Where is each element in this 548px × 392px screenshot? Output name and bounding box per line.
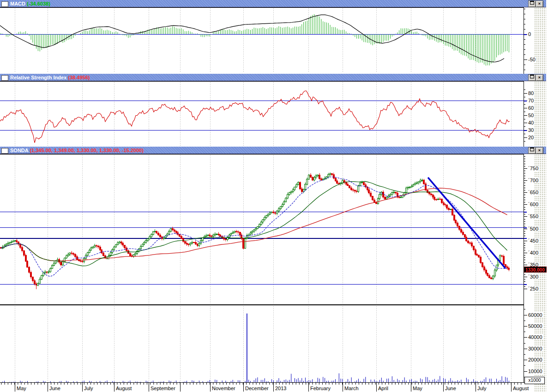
- x-axis-month-label: May: [413, 386, 422, 391]
- volume-plot[interactable]: [0, 304, 524, 382]
- price-axis[interactable]: ´750´700´650´600´550´500´450´400´350´300…: [524, 154, 546, 304]
- rsi-plot[interactable]: [0, 81, 524, 147]
- axis-minor-tick: [524, 195, 525, 195]
- axis-major-tick: [524, 204, 527, 205]
- trendline: [428, 178, 506, 268]
- axis-minor-tick: [524, 224, 525, 224]
- time-axis[interactable]: MayJuneJulyAugustSeptemberNovemberDecemb…: [0, 382, 533, 392]
- x-axis-month-label: July: [84, 386, 93, 391]
- window-icon[interactable]: [1, 148, 8, 154]
- axis-minor-tick: [524, 286, 525, 287]
- axis-major-tick: [524, 337, 527, 338]
- axis-major-tick: [524, 229, 527, 229]
- axis-minor-tick: [524, 112, 525, 112]
- axis-tick-label: 20: [528, 135, 534, 140]
- axis-minor-tick: [524, 233, 525, 234]
- axis-minor-tick: [524, 141, 525, 142]
- rsi-axis[interactable]: 80706050403020: [524, 81, 546, 147]
- axis-minor-tick: [524, 9, 525, 9]
- sonda-title-text: SONDA: [10, 148, 28, 153]
- axis-tick-label: 10000: [528, 368, 543, 374]
- maximize-icon: [530, 1, 534, 5]
- axis-minor-tick: [524, 260, 525, 260]
- axis-minor-tick: [524, 161, 525, 161]
- price-candlestick-plot[interactable]: [0, 154, 524, 304]
- axis-tick-label: ´650: [528, 190, 539, 195]
- volume-axis[interactable]: 600005000040000300002000010000: [524, 304, 546, 382]
- axis-minor-tick: [524, 219, 525, 220]
- axis-minor-tick: [524, 214, 525, 214]
- close-button[interactable]: ×: [536, 0, 543, 7]
- x-axis-month-label: 2013: [275, 386, 286, 391]
- macd-title: MACD (-34.6038): [10, 1, 50, 6]
- axis-tick-label: ´700: [528, 178, 539, 183]
- window-icon[interactable]: [1, 1, 8, 7]
- maximize-button[interactable]: [528, 147, 536, 154]
- axis-level-marker: [524, 238, 527, 239]
- axis-level-marker: [524, 101, 527, 101]
- x-axis-month-label: February: [310, 386, 331, 391]
- axis-minor-tick: [524, 279, 525, 279]
- axis-major-tick: [524, 326, 527, 327]
- rsi-titlebar[interactable]: Relative Strength Index (38.4956) ×: [0, 74, 546, 81]
- minor-ticks: [1, 383, 521, 385]
- maximize-icon: [530, 75, 534, 78]
- axis-minor-tick: [524, 156, 525, 157]
- axis-level-marker: [524, 284, 527, 285]
- axis-level-marker: [524, 227, 527, 228]
- macd-axis[interactable]: 0-50: [524, 7, 546, 74]
- x-axis-month-label: November: [212, 386, 235, 391]
- window-icon[interactable]: [1, 75, 8, 81]
- month-gridlines: [15, 8, 512, 73]
- close-button[interactable]: ×: [536, 74, 543, 81]
- axis-minor-tick: [524, 221, 525, 222]
- axis-major-tick: [524, 371, 527, 372]
- axis-minor-tick: [524, 119, 525, 119]
- macd-titlebar[interactable]: MACD (-34.6038) ×: [0, 0, 546, 7]
- axis-level-marker: [524, 130, 527, 131]
- axis-minor-tick: [524, 178, 525, 178]
- rsi-threshold-lines: [0, 101, 524, 131]
- axis-level-marker: [524, 212, 527, 213]
- x-axis-month-label: August: [513, 386, 529, 391]
- axis-minor-tick: [524, 39, 525, 40]
- x-axis-month-label: June: [49, 386, 60, 391]
- x-axis-month-label: March: [344, 386, 359, 391]
- axis-minor-tick: [524, 354, 525, 355]
- axis-minor-tick: [524, 202, 525, 202]
- macd-title-text: MACD: [10, 1, 25, 6]
- axis-major-tick: [524, 108, 527, 108]
- x-axis-month-label: May: [17, 386, 26, 391]
- maximize-button[interactable]: [528, 74, 536, 81]
- month-gridlines: [15, 155, 512, 303]
- axis-tick-label: ´300: [528, 274, 539, 279]
- axis-minor-tick: [524, 134, 525, 134]
- close-button[interactable]: ×: [536, 147, 543, 154]
- axis-major-tick: [524, 59, 527, 60]
- axis-minor-tick: [524, 209, 525, 210]
- last-price-tag: 1330.000: [524, 267, 547, 273]
- axis-minor-tick: [524, 231, 525, 232]
- axis-major-tick: [524, 360, 527, 360]
- x-axis-month-label: July: [477, 386, 487, 391]
- axis-minor-tick: [524, 332, 525, 332]
- x-axis-month-label: August: [116, 386, 132, 391]
- sonda-titlebar[interactable]: SONDA (1,345.00, 1,349.00, 1,330.00, 1,3…: [0, 147, 546, 154]
- macd-signal-line: [0, 15, 504, 62]
- axis-tick-label: 50000: [528, 323, 543, 329]
- maximize-icon: [530, 148, 534, 151]
- axis-minor-tick: [524, 281, 525, 282]
- axis-minor-tick: [524, 70, 525, 70]
- volume-bars: [1, 314, 509, 382]
- axis-major-tick: [524, 253, 527, 253]
- axis-minor-tick: [524, 173, 525, 173]
- rsi-title: Relative Strength Index (38.4956): [10, 75, 90, 80]
- maximize-button[interactable]: [528, 0, 536, 7]
- sonda-ohlc-value: (1,345.00, 1,349.00, 1,330.00, 1,330.00,…: [30, 148, 143, 153]
- axis-minor-tick: [524, 44, 525, 45]
- axis-tick-label: 60: [528, 105, 534, 111]
- macd-plot[interactable]: [0, 7, 524, 74]
- axis-minor-tick: [524, 274, 525, 275]
- axis-minor-tick: [524, 250, 525, 250]
- axis-minor-tick: [524, 343, 525, 344]
